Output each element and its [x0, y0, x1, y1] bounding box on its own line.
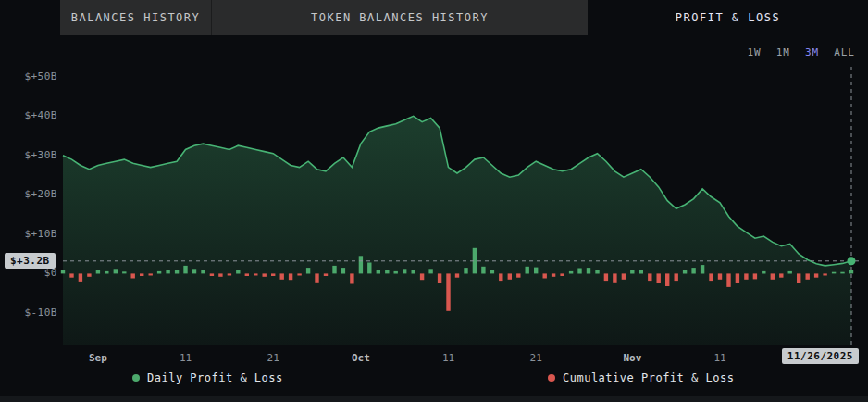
- daily-bar[interactable]: [726, 273, 730, 287]
- plot-canvas[interactable]: [63, 65, 866, 345]
- range-option-all[interactable]: ALL: [834, 46, 855, 58]
- tab-profit-loss[interactable]: PROFIT & LOSS: [588, 0, 868, 35]
- daily-bar[interactable]: [675, 273, 678, 281]
- daily-bar[interactable]: [464, 268, 467, 273]
- daily-bar[interactable]: [280, 273, 284, 279]
- daily-bar[interactable]: [569, 271, 573, 274]
- tab-balances-history[interactable]: BALANCES HISTORY: [60, 0, 211, 35]
- daily-bar[interactable]: [210, 273, 214, 276]
- daily-bar[interactable]: [157, 271, 161, 274]
- daily-bar[interactable]: [490, 270, 494, 273]
- daily-bar[interactable]: [140, 273, 143, 276]
- daily-bar[interactable]: [446, 273, 450, 310]
- daily-bar[interactable]: [61, 270, 65, 273]
- daily-bar[interactable]: [630, 270, 634, 273]
- daily-bar[interactable]: [849, 270, 853, 273]
- range-option-1m[interactable]: 1M: [776, 46, 790, 58]
- daily-bar[interactable]: [324, 273, 328, 276]
- legend-item-daily[interactable]: Daily Profit & Loss: [132, 371, 283, 384]
- daily-bar[interactable]: [218, 273, 222, 276]
- daily-bar[interactable]: [254, 273, 257, 275]
- daily-bar[interactable]: [175, 270, 179, 273]
- daily-bar[interactable]: [315, 273, 318, 282]
- daily-bar[interactable]: [481, 267, 485, 274]
- daily-bar[interactable]: [691, 268, 695, 273]
- daily-bar[interactable]: [131, 273, 135, 278]
- daily-bar[interactable]: [657, 273, 661, 283]
- daily-bar[interactable]: [823, 273, 826, 275]
- daily-bar[interactable]: [613, 273, 616, 282]
- daily-bar[interactable]: [394, 271, 398, 274]
- daily-bar[interactable]: [438, 273, 441, 283]
- daily-bar[interactable]: [263, 273, 267, 276]
- legend-item-cumulative[interactable]: Cumulative Profit & Loss: [548, 371, 734, 384]
- daily-bar[interactable]: [183, 266, 187, 274]
- daily-bar[interactable]: [332, 266, 336, 274]
- daily-bar[interactable]: [762, 271, 765, 274]
- daily-bar[interactable]: [744, 273, 748, 279]
- daily-bar[interactable]: [359, 256, 363, 273]
- daily-bar[interactable]: [552, 273, 555, 276]
- daily-bar[interactable]: [701, 265, 704, 273]
- daily-bar[interactable]: [403, 269, 406, 273]
- daily-bar[interactable]: [377, 270, 380, 273]
- daily-bar[interactable]: [788, 271, 792, 274]
- daily-bar[interactable]: [245, 273, 249, 276]
- daily-bar[interactable]: [806, 273, 810, 279]
- daily-bar[interactable]: [367, 263, 371, 274]
- daily-bar[interactable]: [69, 273, 73, 277]
- daily-bar[interactable]: [718, 273, 722, 279]
- daily-bar[interactable]: [428, 269, 432, 273]
- daily-bar[interactable]: [587, 268, 590, 273]
- daily-bar[interactable]: [797, 273, 800, 283]
- daily-bar[interactable]: [534, 268, 538, 274]
- daily-bar[interactable]: [201, 270, 205, 273]
- daily-bar[interactable]: [350, 273, 353, 283]
- daily-bar[interactable]: [665, 273, 669, 286]
- daily-bar[interactable]: [779, 273, 783, 277]
- daily-bar[interactable]: [832, 272, 836, 274]
- daily-bar[interactable]: [814, 273, 818, 277]
- daily-bar[interactable]: [648, 273, 651, 281]
- daily-bar[interactable]: [543, 273, 547, 278]
- daily-bar[interactable]: [499, 273, 502, 281]
- daily-bar[interactable]: [753, 273, 757, 279]
- daily-bar[interactable]: [192, 269, 196, 273]
- daily-bar[interactable]: [341, 268, 345, 273]
- daily-bar[interactable]: [289, 273, 292, 280]
- range-option-3m[interactable]: 3M: [805, 46, 819, 58]
- daily-bar[interactable]: [840, 272, 844, 274]
- daily-bar[interactable]: [709, 273, 713, 281]
- daily-bar[interactable]: [228, 273, 231, 275]
- daily-bar[interactable]: [79, 273, 82, 282]
- daily-bar[interactable]: [771, 273, 775, 279]
- daily-bar[interactable]: [736, 273, 739, 283]
- daily-bar[interactable]: [622, 273, 626, 279]
- tab-token-balances-history[interactable]: TOKEN BALANCES HISTORY: [211, 0, 588, 35]
- daily-bar[interactable]: [385, 270, 389, 273]
- daily-bar[interactable]: [516, 273, 520, 277]
- daily-bar[interactable]: [683, 270, 687, 273]
- daily-bar[interactable]: [420, 273, 424, 280]
- daily-bar[interactable]: [96, 270, 100, 273]
- daily-bar[interactable]: [577, 269, 581, 274]
- daily-bar[interactable]: [306, 268, 310, 273]
- daily-bar[interactable]: [166, 270, 169, 273]
- range-option-1w[interactable]: 1W: [747, 46, 761, 58]
- daily-bar[interactable]: [508, 273, 512, 279]
- daily-bar[interactable]: [604, 273, 608, 281]
- daily-bar[interactable]: [455, 273, 459, 277]
- daily-bar[interactable]: [236, 270, 240, 273]
- daily-bar[interactable]: [526, 267, 529, 274]
- daily-bar[interactable]: [595, 270, 599, 273]
- daily-bar[interactable]: [560, 273, 564, 276]
- daily-bar[interactable]: [114, 269, 118, 273]
- daily-bar[interactable]: [297, 273, 301, 275]
- daily-bar[interactable]: [639, 270, 643, 273]
- daily-bar[interactable]: [149, 273, 153, 275]
- daily-bar[interactable]: [87, 273, 91, 276]
- daily-bar[interactable]: [122, 271, 126, 273]
- daily-bar[interactable]: [412, 270, 415, 273]
- daily-bar[interactable]: [105, 271, 108, 274]
- daily-bar[interactable]: [271, 273, 275, 276]
